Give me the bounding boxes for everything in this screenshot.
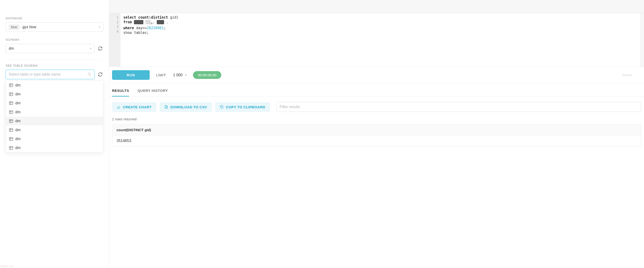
database-field: DATABASE hive gyx hive ▾: [6, 17, 103, 32]
result-cell: 3514653: [112, 135, 641, 146]
file-icon: [164, 105, 168, 109]
svg-rect-4: [221, 106, 223, 108]
schema-field: SCHEMA dm ▾: [6, 38, 103, 53]
chevron-down-icon: ▾: [90, 47, 91, 50]
limit-label: LIMIT:: [156, 73, 167, 77]
watermark: kkpan.com: [0, 265, 14, 267]
table-option[interactable]: dm: [6, 117, 103, 126]
database-select[interactable]: hive gyx hive ▾: [6, 22, 103, 32]
download-csv-button[interactable]: DOWNLOAD TO CSV: [160, 102, 212, 112]
table-icon: [9, 93, 13, 96]
line-gutter: 1 2 3 4: [109, 13, 120, 67]
resize-handle[interactable]: [622, 74, 632, 76]
redacted-text: xxx: [157, 20, 164, 24]
sql-editor[interactable]: 1 2 3 4 select count(distinct gid) from …: [109, 13, 644, 67]
copy-clipboard-button[interactable]: COPY TO CLIPBOARD: [215, 102, 270, 112]
refresh-schema-button[interactable]: [97, 46, 103, 52]
refresh-icon: [98, 72, 103, 77]
sidebar: DATABASE hive gyx hive ▾ SCHEMA dm ▾: [0, 0, 109, 268]
divider: [6, 59, 103, 60]
database-value: gyx hive: [22, 25, 36, 29]
table-option[interactable]: dm: [6, 108, 103, 117]
table-icon: [9, 137, 13, 141]
timer-pill: 00:00:00.00: [193, 71, 221, 79]
table-icon: [9, 102, 13, 105]
chevron-down-icon: ▾: [185, 74, 186, 76]
table-search-input[interactable]: [9, 72, 88, 77]
clipboard-icon: [220, 105, 224, 109]
create-chart-button[interactable]: CREATE CHART: [112, 102, 156, 112]
redacted-text: xxxx: [134, 20, 143, 24]
table-option[interactable]: dm: [6, 90, 103, 99]
table-icon: [9, 84, 13, 87]
table-icon: [9, 146, 13, 150]
refresh-tables-button[interactable]: [97, 71, 103, 78]
table-search[interactable]: [6, 70, 94, 79]
table-option[interactable]: dm: [6, 99, 103, 108]
table-dropdown: dm dm dm dm dm dm dm dm: [6, 81, 103, 153]
tab-results[interactable]: RESULTS: [112, 89, 129, 97]
table-label: SEE TABLE SCHEMA: [6, 64, 103, 67]
rows-returned: 1 rows returned: [109, 117, 644, 124]
table-icon: [9, 119, 13, 123]
chart-icon: [117, 105, 120, 109]
schema-label: SCHEMA: [6, 38, 103, 42]
editor-scrollbar[interactable]: [640, 13, 644, 67]
svg-line-1: [90, 75, 91, 76]
limit-select[interactable]: 1 000 ▾: [173, 73, 186, 77]
refresh-icon: [98, 46, 103, 51]
run-button[interactable]: RUN: [112, 70, 150, 80]
actions-row: CREATE CHART DOWNLOAD TO CSV COPY TO CLI…: [109, 97, 644, 117]
redacted-text: xx: [146, 20, 151, 24]
database-label: DATABASE: [6, 17, 103, 20]
search-icon: [88, 72, 91, 77]
main-panel: 1 2 3 4 select count(distinct gid) from …: [109, 0, 644, 268]
svg-point-0: [88, 73, 90, 75]
chevron-down-icon: ▾: [99, 26, 100, 29]
filter-results-input[interactable]: [276, 102, 641, 112]
run-bar: RUN LIMIT: 1 000 ▾ 00:00:00.00: [109, 67, 644, 83]
result-table: count(DISTINCT gid) 3514653: [112, 124, 641, 146]
table-icon: [9, 110, 13, 114]
table-option[interactable]: dm: [6, 126, 103, 134]
result-tabs: RESULTS QUERY HISTORY: [109, 83, 644, 97]
result-header: count(DISTINCT gid): [112, 125, 641, 135]
table-field: SEE TABLE SCHEMA dm dm dm dm dm dm: [6, 64, 103, 153]
table-icon: [9, 128, 13, 132]
schema-select[interactable]: dm ▾: [6, 44, 94, 53]
table-option[interactable]: dm: [6, 134, 103, 143]
database-type-pill: hive: [9, 25, 20, 30]
code-area[interactable]: select count(distinct gid) from xxxx xxn…: [120, 13, 640, 67]
table-option[interactable]: dm: [6, 143, 103, 152]
tab-query-history[interactable]: QUERY HISTORY: [138, 89, 168, 97]
table-option[interactable]: dm: [6, 81, 103, 90]
schema-value: dm: [9, 46, 14, 51]
